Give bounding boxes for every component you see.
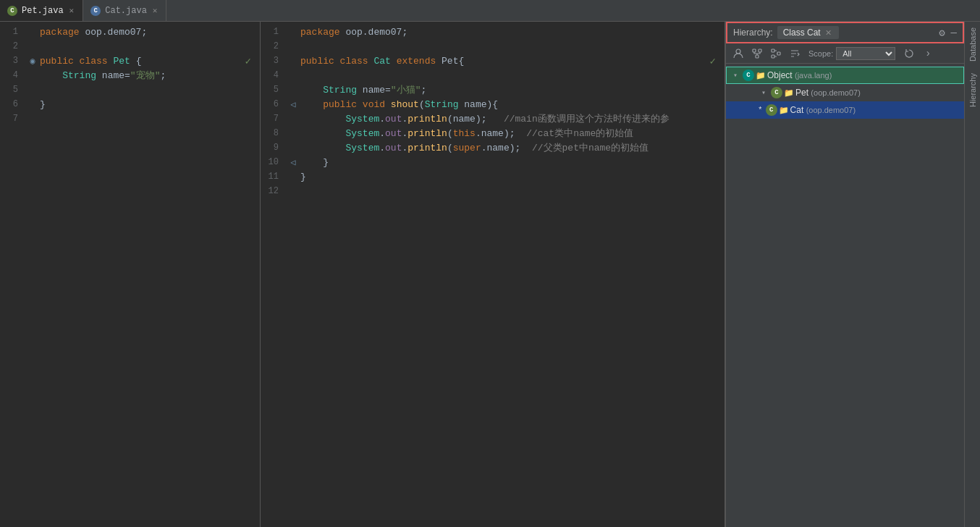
settings-icon[interactable]: ⚙ — [939, 27, 945, 39]
scope-label: Scope: — [808, 49, 833, 58]
hierarchy-panel: Hierarchy: Class Cat ✕ ⚙ — — [725, 22, 964, 527]
pet-editor: 1 package oop.demo07; 2 3 ◉ public class… — [0, 22, 261, 527]
svg-rect-1 — [753, 49, 756, 52]
pet-line-6: 6 } — [0, 97, 260, 111]
cat-folder-icon: 📁 — [779, 105, 789, 115]
hierarchy-class-label: Class Cat — [783, 28, 821, 38]
cat-editor-content[interactable]: 1 package oop.demo07; 2 3 public class C… — [261, 22, 725, 527]
hierarchy-tree: ▾ C 📁 Object (java.lang) ▾ C 📁 Pet (oop.… — [726, 64, 964, 527]
hierarchy-class-tab[interactable]: Class Cat ✕ — [777, 26, 839, 39]
svg-rect-4 — [772, 49, 774, 52]
toolbar-btn-sort[interactable] — [787, 46, 803, 62]
tree-item-object[interactable]: ▾ C 📁 Object (java.lang) — [726, 67, 964, 84]
pet-line-5: 5 — [0, 83, 260, 97]
hierarchy-class-close[interactable]: ✕ — [824, 28, 833, 38]
pet-check-mark: ✓ — [245, 55, 254, 67]
pet-folder-icon: 📁 — [784, 88, 794, 98]
svg-rect-6 — [777, 52, 780, 55]
hierarchy-toolbar: Scope: All This Class Project › — [726, 43, 964, 64]
cat-editor: 1 package oop.demo07; 2 3 public class C… — [261, 22, 725, 527]
cat-line-10: 10 ◁ } — [261, 155, 725, 169]
tree-object-label: Object (java.lang) — [767, 70, 832, 80]
cat-icon: C — [90, 6, 101, 16]
tree-expand-pet[interactable]: ▾ — [758, 87, 769, 98]
svg-rect-3 — [756, 55, 759, 58]
object-class-icon: C — [743, 69, 754, 81]
pet-line-2: 2 — [0, 39, 260, 54]
pet-line-4: 4 String name="宠物"; — [0, 68, 260, 83]
cat-line-12: 12 — [261, 184, 725, 198]
cat-line6-gutter[interactable]: ◁ — [290, 99, 295, 110]
toolbar-btn-person[interactable] — [730, 46, 746, 62]
cat-line-6: 6 ◁ public void shout(String name){ — [261, 97, 725, 111]
tree-item-cat[interactable]: * C 📁 Cat (oop.demo07) — [726, 101, 964, 119]
tab-bar: C Pet.java ✕ C Cat.java ✕ — [0, 0, 980, 22]
tab-pet-label: Pet.java — [22, 6, 64, 16]
toolbar-btn-hierarchy[interactable] — [749, 46, 765, 62]
tab-cat-label: Cat.java — [105, 6, 147, 16]
cat-class-icon: C — [766, 104, 777, 116]
tree-item-pet[interactable]: ▾ C 📁 Pet (oop.demo07) — [740, 84, 964, 101]
pet-editor-content[interactable]: 1 package oop.demo07; 2 3 ◉ public class… — [0, 22, 260, 527]
cat-line-1: 1 package oop.demo07; — [261, 25, 725, 39]
cat-line-11: 11 } — [261, 169, 725, 184]
sidebar-tab-hierarchy[interactable]: Hierarchy — [966, 67, 979, 113]
cat-star-icon: * — [758, 106, 763, 114]
cat-line-3: 3 public class Cat extends Pet{ ✓ — [261, 54, 725, 68]
minimize-icon[interactable]: — — [951, 27, 957, 38]
pet-class-icon: C — [771, 87, 782, 98]
svg-point-0 — [736, 49, 740, 54]
tab-pet-close[interactable]: ✕ — [68, 6, 76, 15]
pet-line-3: 3 ◉ public class Pet { ✓ — [0, 54, 260, 68]
tab-pet[interactable]: C Pet.java ✕ — [0, 0, 83, 21]
cat-line-2: 2 — [261, 39, 725, 54]
sidebar-tab-database[interactable]: Database — [966, 22, 979, 67]
scope-select[interactable]: All This Class Project — [836, 47, 895, 60]
cat-line-4: 4 — [261, 68, 725, 83]
tree-expand-object[interactable]: ▾ — [730, 69, 741, 81]
tab-cat-close[interactable]: ✕ — [151, 6, 159, 15]
object-folder-icon: 📁 — [756, 70, 766, 80]
cat-line-7: 7 System.out.println(name); //main函数调用这个… — [261, 111, 725, 126]
tree-cat-label: Cat (oop.demo07) — [790, 105, 856, 115]
tab-cat[interactable]: C Cat.java ✕ — [83, 0, 166, 21]
toolbar-btn-more[interactable]: › — [920, 46, 936, 62]
toolbar-btn-refresh[interactable] — [901, 46, 917, 62]
main-area: 1 package oop.demo07; 2 3 ◉ public class… — [0, 22, 980, 527]
pet-line3-gutter[interactable]: ◉ — [30, 56, 35, 67]
scope-section: Scope: All This Class Project — [808, 47, 895, 60]
svg-rect-2 — [759, 49, 761, 52]
sidebar-tabs: Database Hierarchy — [964, 22, 980, 527]
svg-rect-5 — [772, 55, 774, 58]
cat-line10-gutter[interactable]: ◁ — [290, 157, 295, 168]
toolbar-btn-up[interactable] — [768, 46, 784, 62]
tree-pet-label: Pet (oop.demo07) — [795, 88, 861, 98]
cat-line-8: 8 System.out.println(this.name); //cat类中… — [261, 126, 725, 140]
header-icons: ⚙ — — [939, 27, 957, 39]
hierarchy-title-label: Hierarchy: — [733, 28, 773, 38]
cat-line-5: 5 String name="小猫"; — [261, 83, 725, 97]
pet-line-7: 7 — [0, 111, 260, 126]
hierarchy-header: Hierarchy: Class Cat ✕ ⚙ — — [726, 22, 964, 43]
cat-check-mark: ✓ — [710, 55, 719, 67]
cat-line-9: 9 System.out.println(super.name); //父类pe… — [261, 140, 725, 155]
pet-icon: C — [7, 6, 17, 16]
pet-line-1: 1 package oop.demo07; — [0, 25, 260, 39]
